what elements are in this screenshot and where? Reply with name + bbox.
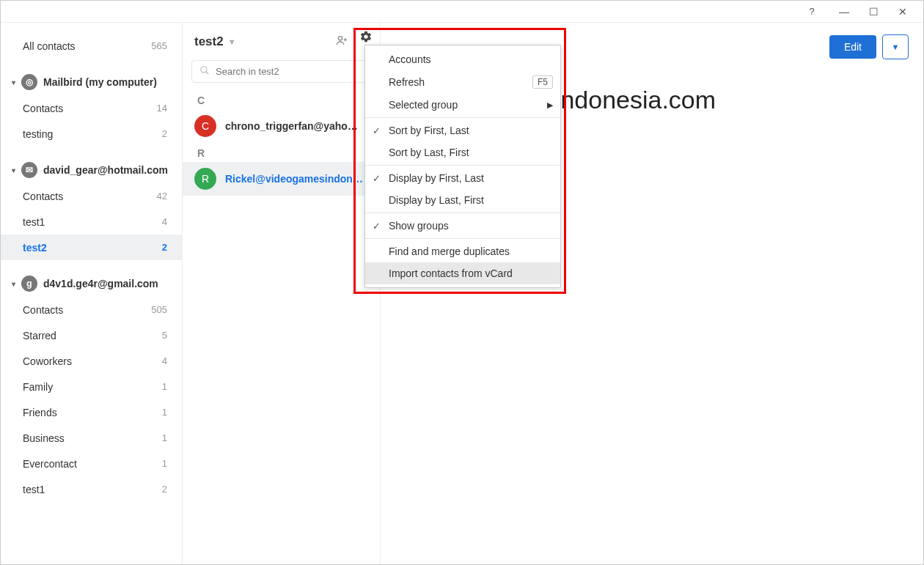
menu-item[interactable]: RefreshF5 xyxy=(365,70,560,94)
menu-item[interactable]: ✓Display by First, Last xyxy=(365,167,560,189)
sidebar-item-count: 42 xyxy=(157,191,167,202)
contact-name: Rickel@videogamesindon… xyxy=(225,173,371,185)
check-icon: ✓ xyxy=(373,173,381,184)
menu-item[interactable]: ✓Show groups xyxy=(365,215,560,237)
sidebar-item-count: 1 xyxy=(162,458,167,469)
menu-item-label: Selected group xyxy=(389,99,458,111)
menu-separator xyxy=(365,238,560,239)
all-contacts-label: All contacts xyxy=(23,40,76,52)
menu-item[interactable]: Sort by Last, First xyxy=(365,141,560,163)
sidebar-item[interactable]: test1 2 xyxy=(1,476,182,502)
menu-item[interactable]: ✓Sort by First, Last xyxy=(365,119,560,141)
menu-item[interactable]: Accounts xyxy=(365,48,560,70)
sidebar-item-label: test1 xyxy=(23,216,45,228)
account-header[interactable]: ▾ ◎ Mailbird (my computer) xyxy=(1,69,182,95)
sidebar-item-label: testing xyxy=(23,128,53,140)
menu-item[interactable]: Find and merge duplicates xyxy=(365,240,560,262)
menu-item-label: Display by Last, First xyxy=(389,194,484,206)
sidebar-item[interactable]: Business 1 xyxy=(1,425,182,451)
account-icon: ◎ xyxy=(21,74,37,90)
sidebar-item-count: 1 xyxy=(162,432,167,443)
contact-row[interactable]: C chrono_triggerfan@yaho… xyxy=(183,109,380,143)
edit-button[interactable]: Edit xyxy=(829,35,876,59)
menu-item[interactable]: Selected group▶ xyxy=(365,94,560,116)
menu-shortcut: F5 xyxy=(532,75,553,89)
submenu-arrow-icon: ▶ xyxy=(547,100,553,110)
minimize-button[interactable]: — xyxy=(829,1,859,22)
contact-row[interactable]: R Rickel@videogamesindon… xyxy=(183,162,380,196)
sidebar-item-label: Evercontact xyxy=(23,458,77,470)
sidebar-item-count: 2 xyxy=(162,128,167,139)
list-title[interactable]: test2 ▼ xyxy=(194,34,326,49)
contact-list-pane: test2 ▼ ⚙ CC chrono_triggerfan@yaho…RR R… xyxy=(183,23,381,564)
menu-item-label: Sort by First, Last xyxy=(389,125,469,136)
search-icon xyxy=(199,65,210,78)
sidebar-item[interactable]: test2 2 xyxy=(1,235,182,260)
sidebar-item[interactable]: Contacts 505 xyxy=(1,297,182,322)
menu-separator xyxy=(365,117,560,118)
sidebar: All contacts 565 ▾ ◎ Mailbird (my comput… xyxy=(1,23,183,564)
sidebar-item-label: Contacts xyxy=(23,191,63,202)
sidebar-item-label: Business xyxy=(23,432,65,444)
search-input[interactable] xyxy=(216,66,363,77)
chevron-down-icon: ▾ xyxy=(10,78,17,86)
menu-item-label: Refresh xyxy=(389,76,425,88)
sidebar-item-label: test2 xyxy=(23,242,47,254)
section-letter: R xyxy=(183,143,380,162)
sidebar-item[interactable]: Family 1 xyxy=(1,374,182,399)
sidebar-item-label: Contacts xyxy=(23,304,63,316)
window-titlebar: ? — ☐ ✕ xyxy=(1,1,923,23)
menu-item-label: Display by First, Last xyxy=(389,172,484,184)
sidebar-item[interactable]: Contacts 42 xyxy=(1,183,182,209)
account-header[interactable]: ▾ g d4v1d.ge4r@gmail.com xyxy=(1,270,182,297)
check-icon: ✓ xyxy=(373,125,381,136)
sidebar-item-count: 1 xyxy=(162,381,167,392)
sidebar-item[interactable]: Contacts 14 xyxy=(1,95,182,121)
sidebar-item-count: 4 xyxy=(162,216,167,227)
account-name: Mailbird (my computer) xyxy=(43,76,157,88)
close-button[interactable]: ✕ xyxy=(888,1,917,22)
add-contact-icon[interactable] xyxy=(332,32,351,51)
chevron-down-icon: ▼ xyxy=(228,37,236,46)
maximize-button[interactable]: ☐ xyxy=(859,1,888,22)
menu-item[interactable]: Display by Last, First xyxy=(365,189,560,211)
account-name: david_gear@hotmail.com xyxy=(43,164,168,176)
avatar: C xyxy=(194,115,216,137)
sidebar-item-count: 4 xyxy=(162,355,167,366)
sidebar-item[interactable]: testing 2 xyxy=(1,121,182,147)
sidebar-item-count: 5 xyxy=(162,330,167,341)
menu-separator xyxy=(365,165,560,166)
account-header[interactable]: ▾ ✉ david_gear@hotmail.com xyxy=(1,157,182,183)
menu-item-label: Show groups xyxy=(389,220,449,232)
sidebar-item-count: 2 xyxy=(162,242,167,253)
sidebar-item[interactable]: Starred 5 xyxy=(1,322,182,348)
sidebar-all-contacts[interactable]: All contacts 565 xyxy=(1,33,182,59)
search-input-wrapper[interactable] xyxy=(191,60,371,83)
gear-icon[interactable] xyxy=(359,30,373,45)
svg-point-1 xyxy=(201,67,207,73)
sidebar-item-count: 1 xyxy=(162,407,167,418)
chevron-down-icon: ▾ xyxy=(10,280,17,288)
sidebar-item[interactable]: Friends 1 xyxy=(1,399,182,425)
sidebar-item[interactable]: Coworkers 4 xyxy=(1,348,182,374)
menu-separator xyxy=(365,213,560,213)
sidebar-item-label: test1 xyxy=(23,484,45,495)
menu-item[interactable]: Import contacts from vCard xyxy=(365,262,560,284)
menu-item-label: Find and merge duplicates xyxy=(389,245,510,257)
sidebar-item-count: 2 xyxy=(162,484,167,495)
account-name: d4v1d.ge4r@gmail.com xyxy=(43,278,158,289)
sidebar-item[interactable]: test1 4 xyxy=(1,209,182,235)
sidebar-item-count: 14 xyxy=(157,103,167,114)
sidebar-item[interactable]: Evercontact 1 xyxy=(1,451,182,476)
sidebar-item-label: Contacts xyxy=(23,103,63,114)
sidebar-item-label: Coworkers xyxy=(23,355,72,367)
settings-menu: AccountsRefreshF5Selected group▶✓Sort by… xyxy=(364,45,561,288)
all-contacts-count: 565 xyxy=(151,40,167,51)
menu-item-label: Import contacts from vCard xyxy=(389,267,513,279)
menu-item-label: Sort by Last, First xyxy=(389,147,469,158)
chevron-down-icon: ▾ xyxy=(10,166,17,174)
sidebar-item-count: 505 xyxy=(151,304,167,315)
edit-dropdown-button[interactable]: ▼ xyxy=(882,34,909,59)
help-button[interactable]: ? xyxy=(797,1,826,22)
section-letter: C xyxy=(183,90,380,109)
